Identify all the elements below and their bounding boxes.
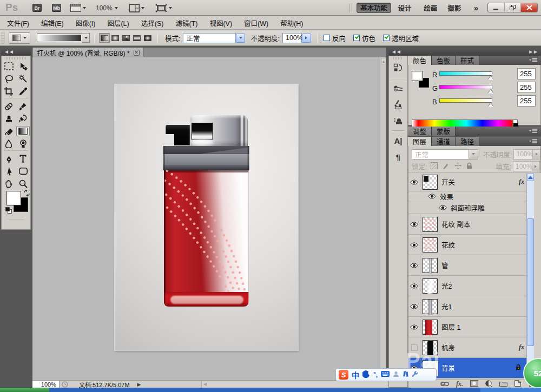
opacity-caret[interactable]	[302, 34, 311, 43]
pen-tool[interactable]	[2, 152, 16, 165]
magic-wand-tool[interactable]	[16, 72, 31, 85]
menu-layer[interactable]: 图层(L)	[101, 18, 135, 28]
blue-slider[interactable]	[439, 98, 492, 103]
visibility-toggle[interactable]	[408, 296, 420, 316]
green-slider[interactable]	[439, 85, 492, 89]
move-tool[interactable]	[16, 60, 31, 72]
bridge-button[interactable]: Br	[32, 4, 42, 12]
ime-skin-icon[interactable]	[403, 370, 408, 379]
effects-visibility-toggle[interactable]	[428, 193, 436, 201]
foreground-color-swatch[interactable]	[6, 191, 21, 205]
close-button[interactable]	[521, 3, 537, 12]
workspace-design[interactable]: 设计	[395, 3, 414, 13]
red-slider[interactable]	[439, 71, 492, 76]
effect-visibility-toggle[interactable]	[439, 204, 447, 212]
visibility-toggle[interactable]	[408, 214, 420, 234]
layer-row-光2[interactable]: 光2	[408, 276, 534, 296]
workspace-overflow-chevron[interactable]: »	[470, 3, 482, 13]
mini-bridge-button[interactable]: Mb	[52, 4, 61, 12]
hand-tool[interactable]	[2, 177, 16, 190]
healing-brush-tool[interactable]	[2, 100, 16, 112]
scroll-left-icon[interactable]: ◀	[203, 382, 207, 387]
lock-transparency-icon[interactable]	[431, 162, 438, 171]
ime-punctuation-icon[interactable]: °,	[373, 371, 378, 378]
canvas-vscrollbar[interactable]: ▲ ▼	[380, 57, 386, 380]
red-slider-handle[interactable]	[488, 76, 493, 80]
dock-header[interactable]: ►►	[408, 48, 541, 56]
layer-opacity-input[interactable]: 100%	[513, 149, 533, 160]
layers-scroll-up-icon[interactable]	[527, 173, 534, 181]
lock-pixels-icon[interactable]	[443, 162, 450, 171]
gradient-picker-caret[interactable]	[82, 33, 90, 43]
type-tool[interactable]	[16, 152, 31, 165]
layer-row-开关[interactable]: 开关fx	[408, 173, 534, 191]
layers-scroll-thumb[interactable]	[527, 218, 534, 346]
transparency-checkbox[interactable]	[383, 35, 390, 41]
layer-row-花纹 副本[interactable]: 花纹 副本	[408, 214, 534, 235]
eraser-tool[interactable]	[2, 125, 16, 137]
gradient-preview-well[interactable]	[37, 34, 82, 42]
layer-row-斜面和浮雕[interactable]: 斜面和浮雕	[408, 202, 534, 214]
dock-strip-header[interactable]: ◄◄	[388, 48, 408, 56]
layer-thumbnail[interactable]	[423, 299, 438, 314]
color-panel-menu-icon[interactable]	[529, 57, 539, 63]
paragraph-panel-icon[interactable]: ¶	[389, 149, 407, 165]
linear-gradient-button[interactable]	[99, 33, 110, 43]
layer-blend-caret[interactable]	[469, 149, 478, 160]
tab-close-icon[interactable]: ✕	[134, 50, 140, 56]
history-panel-icon[interactable]	[389, 60, 407, 76]
layer-row-图层 1[interactable]: 图层 1	[408, 317, 534, 337]
ime-keyboard-icon[interactable]	[381, 371, 390, 378]
visibility-toggle[interactable]	[408, 235, 420, 255]
blue-slider-handle[interactable]	[488, 103, 493, 107]
add-mask-icon[interactable]	[470, 380, 478, 388]
new-layer-icon[interactable]	[514, 380, 521, 388]
layer-fill-caret[interactable]	[532, 161, 540, 171]
menu-select[interactable]: 选择(S)	[135, 18, 170, 28]
dither-checkbox[interactable]	[353, 35, 360, 41]
reflected-gradient-button[interactable]	[131, 33, 142, 43]
workspace-essentials[interactable]: 基本功能	[357, 3, 391, 13]
ime-wrench-icon[interactable]	[412, 370, 419, 379]
marquee-tool[interactable]	[2, 60, 16, 72]
layer-row-光1[interactable]: 光1	[408, 296, 534, 317]
tab-channels[interactable]: 通道	[432, 137, 456, 146]
shape-tool[interactable]	[16, 165, 31, 177]
gradient-tool[interactable]	[16, 125, 31, 137]
status-zoom-input[interactable]: 100%	[32, 381, 60, 388]
blend-mode-select[interactable]: 正常	[183, 33, 236, 43]
blur-tool[interactable]	[2, 137, 16, 150]
visibility-toggle[interactable]	[408, 173, 420, 191]
tab-masks[interactable]: 蒙版	[432, 127, 456, 136]
tools-panel-header[interactable]: ◄◄	[1, 48, 31, 56]
visibility-toggle[interactable]	[408, 255, 420, 275]
blend-mode-caret[interactable]	[236, 34, 245, 43]
layer-thumbnail[interactable]	[423, 175, 438, 190]
clone-stamp-tool[interactable]	[2, 112, 16, 125]
workspace-photography[interactable]: 摄影	[445, 3, 464, 13]
layer-thumbnail[interactable]	[423, 258, 438, 273]
zoom-level-display[interactable]: 100%	[96, 4, 113, 12]
zoom-menu-caret[interactable]	[115, 3, 118, 12]
color-spectrum-ramp[interactable]	[412, 119, 513, 127]
layer-row-管[interactable]: 管	[408, 255, 534, 276]
angle-gradient-button[interactable]	[121, 33, 131, 43]
layer-thumbnail[interactable]	[423, 217, 438, 232]
layers-panel-menu-icon[interactable]	[529, 138, 539, 144]
clone-source-panel-icon[interactable]	[389, 112, 407, 129]
radial-gradient-button[interactable]	[110, 33, 121, 43]
guides-menu-button[interactable]	[70, 3, 86, 12]
menu-edit[interactable]: 编辑(E)	[35, 18, 70, 28]
default-colors-icon[interactable]	[5, 207, 12, 214]
ime-language-toggle[interactable]: 中	[352, 369, 359, 380]
tab-adjustments[interactable]: 调整	[408, 127, 432, 136]
tab-swatches[interactable]: 色板	[432, 56, 456, 65]
green-value-input[interactable]: 255	[517, 82, 536, 93]
character-panel-icon[interactable]: A|	[389, 132, 407, 149]
blue-value-input[interactable]: 255	[517, 95, 536, 107]
ime-fullmoon-icon[interactable]	[362, 370, 370, 380]
layer-row-效果[interactable]: 效果	[408, 191, 534, 202]
menu-help[interactable]: 帮助(H)	[274, 18, 309, 28]
canvas[interactable]	[115, 84, 298, 350]
layer-thumbnail[interactable]	[423, 278, 438, 294]
